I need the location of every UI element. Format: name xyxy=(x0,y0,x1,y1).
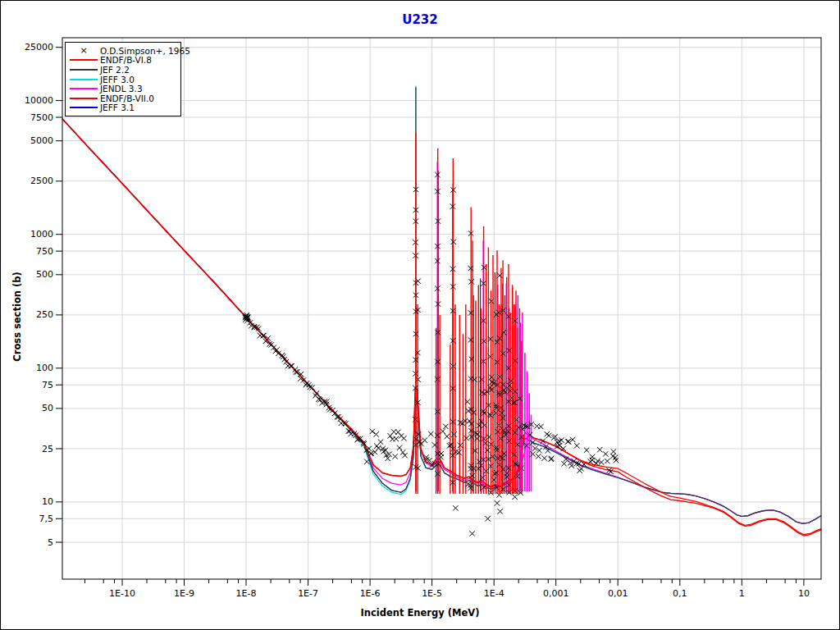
y-tick-label: 500 xyxy=(36,269,53,280)
chart-window: 1E-101E-91E-81E-71E-61E-51E-40,0010,010,… xyxy=(0,0,840,630)
x-tick-label: 1E-10 xyxy=(109,588,135,599)
x-tick-label: 0,001 xyxy=(543,588,569,599)
experimental-points xyxy=(243,172,619,536)
y-axis-label: Cross section (b) xyxy=(11,272,23,361)
y-tick-label: 25000 xyxy=(25,42,53,52)
y-tick-label: 7,5 xyxy=(39,514,54,524)
y-tick-label: 75 xyxy=(42,380,53,390)
legend-item-jeff31[interactable]: JEFF 3.1 xyxy=(67,103,180,113)
y-tick-label: 250 xyxy=(36,309,53,320)
line-swatch-icon xyxy=(67,69,100,71)
x-tick-label: 10 xyxy=(798,588,810,599)
x-marker-icon: × xyxy=(67,47,100,55)
x-tick-label: 1E-7 xyxy=(298,588,318,599)
minor-ticks xyxy=(85,579,797,583)
legend-item-label: JEFF 3.1 xyxy=(100,103,135,112)
x-tick-label: 0,1 xyxy=(673,588,687,599)
legend-item-label: JEF 2.2 xyxy=(100,65,130,75)
plot-border xyxy=(62,38,821,579)
major-ticks xyxy=(56,48,804,586)
legend-item-endfb-vi8[interactable]: ENDF/B-VI.8 xyxy=(67,56,180,66)
legend-item-experimental[interactable]: × O.D.Simpson+, 1965 xyxy=(67,46,180,56)
line-swatch-icon xyxy=(67,79,100,80)
x-axis-label: Incident Energy (MeV) xyxy=(1,607,839,619)
x-tick-label: 1 xyxy=(739,588,745,599)
x-tick-label: 1E-8 xyxy=(236,588,257,599)
y-tick-label: 10000 xyxy=(25,95,53,106)
legend-item-label: O.D.Simpson+, 1965 xyxy=(100,46,190,56)
legend: × O.D.Simpson+, 1965 ENDF/B-VI.8 JEF 2.2… xyxy=(65,42,181,116)
y-tick-label: 100 xyxy=(36,363,53,373)
legend-item-endfb-vii0[interactable]: ENDF/B-VII.0 xyxy=(67,94,180,103)
legend-item-jef22[interactable]: JEF 2.2 xyxy=(67,65,180,75)
x-tick-label: 1E-6 xyxy=(360,588,381,599)
legend-item-label: ENDF/B-VI.8 xyxy=(100,55,152,65)
y-tick-label: 5 xyxy=(48,537,53,548)
x-tick-label: 1E-5 xyxy=(422,588,442,599)
y-tick-label: 1000 xyxy=(30,229,53,240)
y-tick-label: 10 xyxy=(42,496,53,507)
x-tick-label: 0,01 xyxy=(608,588,628,599)
x-tick-label: 1E-9 xyxy=(174,588,194,599)
line-swatch-icon xyxy=(67,59,100,61)
legend-item-label: JENDL 3.3 xyxy=(100,84,143,94)
y-tick-label: 750 xyxy=(36,246,53,257)
chart-title: U232 xyxy=(1,12,839,27)
y-tick-label: 5000 xyxy=(30,135,53,146)
legend-item-label: JEFF 3.0 xyxy=(100,75,135,84)
legend-item-jendl33[interactable]: JENDL 3.3 xyxy=(67,84,180,94)
grid-lines xyxy=(62,38,821,579)
x-tick-label: 1E-4 xyxy=(484,588,504,599)
legend-item-label: ENDF/B-VII.0 xyxy=(100,94,154,103)
y-tick-label: 7500 xyxy=(30,112,53,123)
y-tick-label: 2500 xyxy=(30,176,53,186)
line-swatch-icon xyxy=(67,88,100,89)
line-swatch-icon xyxy=(67,98,100,99)
y-tick-label: 25 xyxy=(42,444,53,454)
y-tick-label: 50 xyxy=(42,403,53,413)
legend-item-jeff30[interactable]: JEFF 3.0 xyxy=(67,75,180,84)
line-swatch-icon xyxy=(67,107,100,108)
